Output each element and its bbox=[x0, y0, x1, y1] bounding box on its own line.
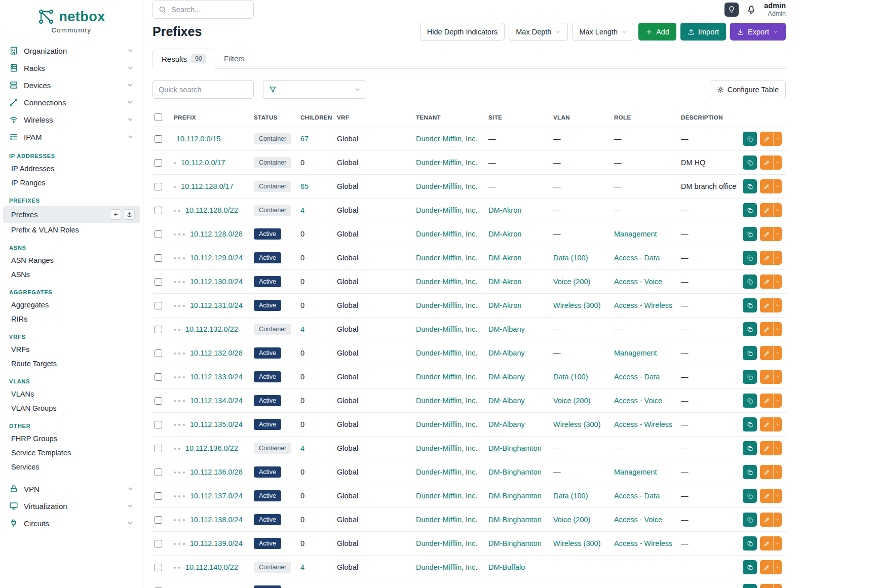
edit-dropdown-button[interactable] bbox=[773, 227, 782, 241]
prefix-link[interactable]: 10.112.135.0/24 bbox=[190, 420, 243, 428]
add-button[interactable]: Add bbox=[638, 23, 676, 41]
edit-button[interactable] bbox=[760, 370, 773, 384]
sidebar-item-route-targets[interactable]: Route Targets bbox=[3, 357, 140, 371]
site-link[interactable]: DM-Binghamton bbox=[488, 516, 542, 524]
clone-button[interactable] bbox=[743, 584, 757, 588]
tenant-link[interactable]: Dunder-Mifflin, Inc. bbox=[416, 325, 477, 333]
select-all-checkbox[interactable] bbox=[155, 113, 162, 121]
site-link[interactable]: DM-Albany bbox=[488, 349, 525, 357]
row-checkbox[interactable] bbox=[155, 516, 162, 524]
column-header-prefix[interactable]: PREFIX bbox=[170, 108, 250, 127]
global-search[interactable] bbox=[152, 0, 254, 19]
row-checkbox[interactable] bbox=[155, 373, 162, 381]
tenant-link[interactable]: Dunder-Mifflin, Inc. bbox=[416, 492, 477, 500]
vlan-link[interactable]: Voice (200) bbox=[553, 516, 590, 524]
vlan-link[interactable]: Wireless (300) bbox=[553, 420, 600, 428]
vlan-link[interactable]: Data (100) bbox=[553, 373, 588, 381]
prefix-link[interactable]: 10.112.136.0/22 bbox=[185, 444, 238, 452]
edit-dropdown-button[interactable] bbox=[773, 489, 782, 503]
role-link[interactable]: Access - Voice bbox=[614, 278, 662, 286]
tenant-link[interactable]: Dunder-Mifflin, Inc. bbox=[416, 563, 477, 571]
prefix-link[interactable]: 10.112.128.0/17 bbox=[181, 182, 234, 190]
role-link[interactable]: Management bbox=[614, 349, 657, 357]
sidebar-item-prefixes[interactable]: Prefixes bbox=[3, 206, 140, 223]
saved-filter-select[interactable] bbox=[282, 80, 366, 99]
edit-button[interactable] bbox=[760, 179, 773, 193]
sidebar-item-vlans[interactable]: VLANs bbox=[3, 387, 140, 401]
row-checkbox[interactable] bbox=[155, 230, 162, 238]
edit-button[interactable] bbox=[760, 155, 773, 170]
clone-button[interactable] bbox=[743, 560, 757, 574]
row-checkbox[interactable] bbox=[155, 445, 162, 452]
tenant-link[interactable]: Dunder-Mifflin, Inc. bbox=[416, 373, 477, 381]
site-link[interactable]: DM-Binghamton bbox=[488, 468, 542, 476]
prefix-link[interactable]: 10.112.132.0/22 bbox=[185, 325, 238, 333]
role-link[interactable]: Access - Voice bbox=[614, 516, 662, 524]
sidebar-item-virtualization[interactable]: Virtualization bbox=[0, 497, 143, 515]
row-checkbox[interactable] bbox=[155, 397, 162, 405]
tenant-link[interactable]: Dunder-Mifflin, Inc. bbox=[416, 230, 477, 238]
children-count-link[interactable]: 4 bbox=[300, 325, 304, 333]
row-checkbox[interactable] bbox=[155, 421, 162, 428]
tenant-link[interactable]: Dunder-Mifflin, Inc. bbox=[416, 539, 477, 547]
site-link[interactable]: DM-Akron bbox=[488, 278, 521, 286]
edit-button[interactable] bbox=[760, 584, 773, 588]
tenant-link[interactable]: Dunder-Mifflin, Inc. bbox=[416, 135, 477, 143]
edit-button[interactable] bbox=[760, 322, 773, 336]
children-count-link[interactable]: 67 bbox=[300, 135, 309, 143]
edit-button[interactable] bbox=[760, 441, 773, 455]
sidebar-item-wireless[interactable]: Wireless bbox=[0, 111, 143, 128]
sidebar-item-vpn[interactable]: VPN bbox=[0, 480, 143, 497]
edit-dropdown-button[interactable] bbox=[773, 155, 782, 170]
column-header-role[interactable]: ROLE bbox=[610, 108, 677, 127]
column-header-status[interactable]: STATUS bbox=[250, 108, 296, 127]
edit-dropdown-button[interactable] bbox=[773, 298, 782, 312]
prefix-link[interactable]: 10.112.128.0/28 bbox=[190, 230, 243, 238]
tenant-link[interactable]: Dunder-Mifflin, Inc. bbox=[416, 301, 477, 309]
role-link[interactable]: Access - Data bbox=[614, 492, 660, 500]
vlan-link[interactable]: Data (100) bbox=[553, 492, 588, 500]
clone-button[interactable] bbox=[743, 298, 757, 312]
sidebar-item-organization[interactable]: Organization bbox=[0, 42, 143, 59]
sidebar-item-devices[interactable]: Devices bbox=[0, 76, 143, 94]
sidebar-item-vlan-groups[interactable]: VLAN Groups bbox=[3, 401, 140, 415]
edit-dropdown-button[interactable] bbox=[773, 251, 782, 265]
sidebar-item-racks[interactable]: Racks bbox=[0, 59, 143, 76]
dark-mode-toggle-button[interactable] bbox=[724, 3, 739, 17]
role-link[interactable]: Access - Wireless bbox=[614, 420, 672, 428]
edit-button[interactable] bbox=[760, 465, 773, 479]
edit-button[interactable] bbox=[760, 275, 773, 289]
column-header-tenant[interactable]: TENANT bbox=[412, 108, 484, 127]
site-link[interactable]: DM-Albany bbox=[488, 397, 525, 405]
vlan-link[interactable]: Wireless (300) bbox=[553, 539, 600, 547]
edit-dropdown-button[interactable] bbox=[773, 465, 782, 479]
column-header-description[interactable]: DESCRIPTION bbox=[677, 108, 737, 127]
quick-add-button[interactable] bbox=[110, 209, 121, 220]
tenant-link[interactable]: Dunder-Mifflin, Inc. bbox=[416, 182, 477, 190]
edit-button[interactable] bbox=[760, 227, 773, 241]
vlan-link[interactable]: Data (100) bbox=[553, 254, 588, 262]
edit-dropdown-button[interactable] bbox=[773, 322, 782, 336]
site-link[interactable]: DM-Albany bbox=[488, 373, 525, 381]
sidebar-item-ipam[interactable]: IPAM bbox=[0, 128, 143, 145]
row-checkbox[interactable] bbox=[155, 254, 162, 262]
edit-button[interactable] bbox=[760, 132, 773, 146]
row-checkbox[interactable] bbox=[155, 207, 162, 214]
sidebar-item-prefix-vlan-roles[interactable]: Prefix & VLAN Roles bbox=[3, 223, 140, 237]
edit-dropdown-button[interactable] bbox=[773, 370, 782, 384]
prefix-link[interactable]: 10.112.129.0/24 bbox=[190, 254, 243, 262]
row-checkbox[interactable] bbox=[155, 159, 162, 167]
configure-table-button[interactable]: Configure Table bbox=[710, 81, 786, 98]
edit-button[interactable] bbox=[760, 536, 773, 551]
prefix-link[interactable]: 10.112.132.0/28 bbox=[190, 349, 243, 357]
edit-button[interactable] bbox=[760, 394, 773, 408]
tab-filters[interactable]: Filters bbox=[215, 49, 253, 68]
row-checkbox[interactable] bbox=[155, 492, 162, 500]
prefix-link[interactable]: 10.112.133.0/24 bbox=[190, 373, 243, 381]
edit-dropdown-button[interactable] bbox=[773, 417, 782, 432]
prefix-link[interactable]: 10.112.130.0/24 bbox=[190, 278, 243, 286]
quick-import-button[interactable] bbox=[124, 209, 135, 220]
clone-button[interactable] bbox=[743, 441, 757, 455]
sidebar-item-fhrp-groups[interactable]: FHRP Groups bbox=[3, 432, 140, 446]
row-checkbox[interactable] bbox=[155, 183, 162, 190]
